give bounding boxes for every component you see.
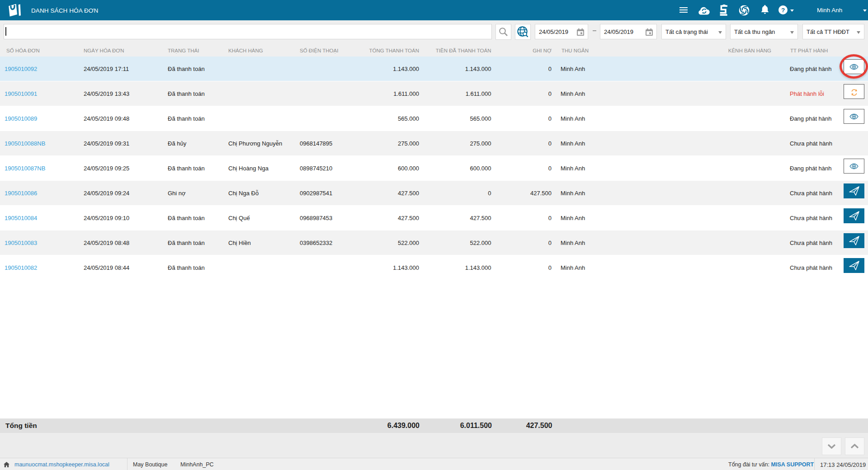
svg-text:?: ? [781,7,785,14]
